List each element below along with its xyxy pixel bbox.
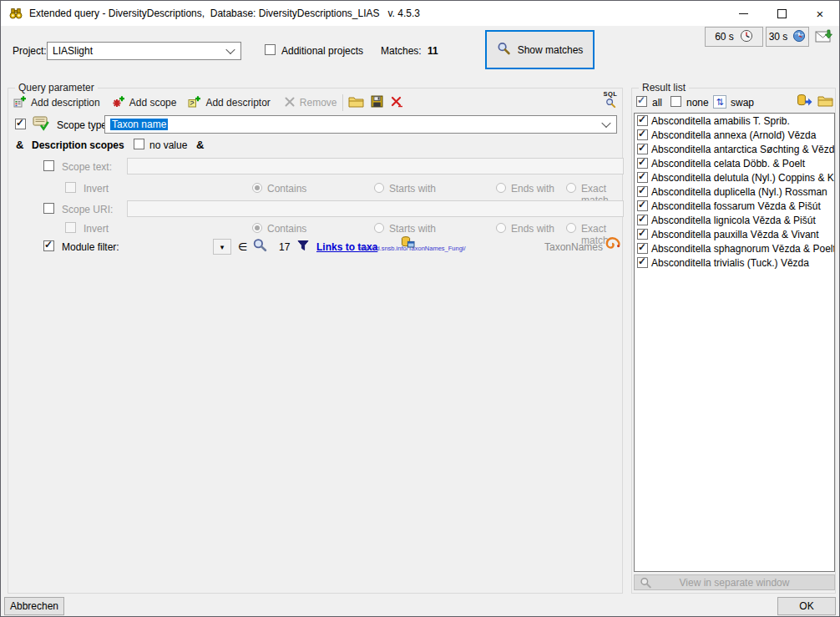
result-item-label: Absconditella pauxilla Vězda & Vivant xyxy=(651,229,819,240)
exact-match-radio-2[interactable] xyxy=(566,223,576,233)
delete-query-icon xyxy=(390,95,403,111)
scope-text-checkbox[interactable] xyxy=(43,160,54,171)
scope-type-value: Taxon name xyxy=(110,119,168,130)
scope-type-combobox[interactable]: Taxon name xyxy=(104,115,617,134)
exact-match-radio-1[interactable] xyxy=(566,183,576,193)
mail-export-icon xyxy=(815,28,833,46)
result-item[interactable]: Absconditella fossarum Vězda & Pišút xyxy=(635,199,834,213)
item-checkbox[interactable] xyxy=(637,215,648,225)
ends-with-radio-1[interactable] xyxy=(496,183,506,193)
sql-button[interactable]: SQL xyxy=(601,91,620,109)
open-folder-icon xyxy=(348,95,364,110)
result-item[interactable]: Absconditella annexa (Arnold) Vězda xyxy=(635,128,834,142)
add-descriptor-icon xyxy=(188,95,201,111)
folder-icon[interactable] xyxy=(817,94,833,109)
no-value-checkbox[interactable] xyxy=(134,139,144,149)
add-descriptor-label: Add descriptor xyxy=(205,97,270,109)
open-query-button[interactable] xyxy=(348,95,364,110)
module-search-icon[interactable] xyxy=(252,238,268,255)
show-matches-button[interactable]: Show matches xyxy=(485,30,595,69)
add-description-label: Add description xyxy=(31,97,100,109)
result-item-label: Absconditella lignicola Vězda & Pišút xyxy=(651,215,816,226)
timeout-30s-label: 30 s xyxy=(769,31,788,43)
scope-type-label: Scope type: xyxy=(57,119,109,131)
module-filter-label: Module filter: xyxy=(62,241,119,253)
result-item[interactable]: Absconditella trivialis (Tuck.) Vězda xyxy=(635,255,834,270)
close-button[interactable]: × xyxy=(801,1,839,26)
contains-radio-2[interactable] xyxy=(252,223,262,233)
invert-checkbox-1[interactable] xyxy=(65,182,76,193)
query-parameter-group-label: Query parameter xyxy=(15,82,98,94)
starts-with-radio-1[interactable] xyxy=(374,183,384,193)
starts-with-radio-2[interactable] xyxy=(374,223,384,233)
mail-export-button[interactable] xyxy=(812,26,836,48)
scope-type-checkbox[interactable] xyxy=(15,119,26,129)
select-all-checkbox[interactable] xyxy=(636,96,647,107)
timeout-30s-button[interactable]: 30 s xyxy=(766,27,809,47)
scope-uri-input[interactable] xyxy=(127,200,624,217)
invert-checkbox-2[interactable] xyxy=(65,222,76,233)
ends-with-radio-2[interactable] xyxy=(496,223,506,233)
result-item[interactable]: Absconditella amabilis T. Sprib. xyxy=(635,114,834,128)
remove-button[interactable]: Remove xyxy=(284,96,337,110)
result-item-label: Absconditella delutula (Nyl.) Coppins & … xyxy=(651,172,835,184)
query-toolbar: Add description Add scope xyxy=(13,94,403,111)
item-checkbox[interactable] xyxy=(637,129,648,140)
result-item[interactable]: Absconditella antarctica Søchting & Vězd… xyxy=(635,142,834,156)
result-item-label: Absconditella celata Döbb. & Poelt xyxy=(651,158,805,169)
window-title: Extended query - DiversityDescriptions, … xyxy=(29,8,420,19)
export-list-icon[interactable] xyxy=(797,94,812,110)
remove-icon xyxy=(284,96,296,110)
contains-radio-1[interactable] xyxy=(252,183,262,193)
view-separate-window-button[interactable]: View in separate window xyxy=(634,574,835,590)
result-item[interactable]: Absconditella celata Döbb. & Poelt xyxy=(635,156,834,170)
minimize-button[interactable] xyxy=(724,1,762,26)
result-item[interactable]: Absconditella lignicola Vězda & Pišút xyxy=(635,213,834,227)
select-none-checkbox[interactable] xyxy=(670,96,681,107)
project-combobox[interactable]: LIASlight xyxy=(47,42,241,60)
result-item[interactable]: Absconditella duplicella (Nyl.) Rossman xyxy=(635,185,834,199)
module-filter-checkbox[interactable] xyxy=(43,240,54,251)
add-description-button[interactable]: Add description xyxy=(13,95,100,111)
add-scope-button[interactable]: Add scope xyxy=(112,95,177,111)
ok-button[interactable]: OK xyxy=(777,597,836,615)
project-label: Project: xyxy=(13,45,47,57)
result-list[interactable]: Absconditella amabilis T. Sprib. Abscond… xyxy=(634,113,835,572)
timeout-60s-button[interactable]: 60 s xyxy=(705,27,763,47)
clock-icon xyxy=(740,29,753,45)
module-filter-dropdown-button[interactable]: ▾ xyxy=(213,239,231,255)
result-item[interactable]: Absconditella pauxilla Vězda & Vivant xyxy=(635,227,834,241)
result-item-label: Absconditella sphagnorum Vězda & Poelt xyxy=(651,243,835,255)
item-checkbox[interactable] xyxy=(637,200,648,211)
additional-projects-checkbox[interactable] xyxy=(265,44,276,55)
contains-label-2: Contains xyxy=(267,223,306,235)
result-item[interactable]: Absconditella sphagnorum Vězda & Poelt xyxy=(635,241,834,255)
item-checkbox[interactable] xyxy=(637,243,648,254)
minimize-icon xyxy=(739,13,748,14)
database-link-icon[interactable] xyxy=(401,235,415,252)
item-checkbox[interactable] xyxy=(637,158,648,169)
result-item-label: Absconditella amabilis T. Sprib. xyxy=(651,115,790,127)
cancel-button[interactable]: Abbrechen xyxy=(4,597,64,615)
result-item[interactable]: Absconditella delutula (Nyl.) Coppins & … xyxy=(635,170,834,185)
result-list-group: Result list all none ⇅ swap Absconditell… xyxy=(631,88,836,594)
item-checkbox[interactable] xyxy=(637,186,648,197)
item-checkbox[interactable] xyxy=(637,172,648,183)
save-query-button[interactable] xyxy=(371,95,383,110)
filter-icon[interactable] xyxy=(297,240,309,254)
item-checkbox[interactable] xyxy=(637,144,648,154)
item-checkbox[interactable] xyxy=(637,115,648,126)
query-parameter-group: Query parameter Add description xyxy=(8,88,623,594)
item-checkbox[interactable] xyxy=(637,257,648,268)
item-checkbox[interactable] xyxy=(637,229,648,240)
scope-uri-checkbox[interactable] xyxy=(43,203,54,214)
scope-text-input[interactable] xyxy=(127,158,624,174)
show-matches-label: Show matches xyxy=(518,44,584,56)
no-value-label: no value xyxy=(149,139,187,151)
delete-query-button[interactable] xyxy=(390,95,403,111)
result-item-label: Absconditella fossarum Vězda & Pišút xyxy=(651,200,821,212)
maximize-button[interactable] xyxy=(762,1,801,26)
add-descriptor-button[interactable]: Add descriptor xyxy=(188,95,270,111)
swap-label: swap xyxy=(731,97,754,109)
swap-icon[interactable]: ⇅ xyxy=(713,95,726,109)
